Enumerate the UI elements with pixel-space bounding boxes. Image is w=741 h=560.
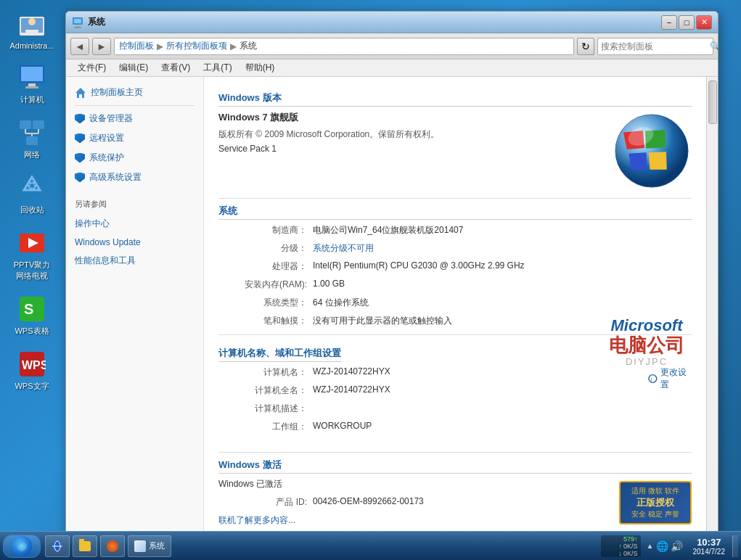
svg-rect-24 xyxy=(76,25,79,27)
breadcrumb-sep-1: ▶ xyxy=(157,41,163,52)
sidebar-home-label: 控制面板主页 xyxy=(91,86,143,99)
ram-value: 1.00 GB xyxy=(313,279,692,289)
product-id-label: 产品 ID: xyxy=(218,496,313,508)
manufacturer-label: 制造商： xyxy=(218,224,313,236)
close-button[interactable]: ✕ xyxy=(696,15,712,30)
sidebar-system-protection[interactable]: 系统保护 xyxy=(66,148,203,168)
windows-version-title: Windows 版本 xyxy=(218,91,692,107)
recycle-icon: ♻ xyxy=(17,173,46,202)
svg-rect-25 xyxy=(74,27,81,28)
desktop-icon-network[interactable]: 网络 xyxy=(6,115,58,163)
clock-block[interactable]: 10:37 2014/7/22 xyxy=(689,537,730,556)
pptv-icon-label: PPTV聚力 网络电视 xyxy=(9,260,55,281)
start-orb xyxy=(12,536,32,556)
manufacturer-row: 制造商： 电脑公司Win7_64位旗舰装机版201407 xyxy=(218,224,692,236)
taskbar-btn-ie[interactable] xyxy=(45,535,70,557)
sidebar-divider-1 xyxy=(75,105,195,106)
menu-file[interactable]: 文件(F) xyxy=(72,60,112,75)
sidebar-action-center[interactable]: 操作中心 xyxy=(75,214,195,234)
computer-icon xyxy=(17,63,46,92)
desktop-icon-recycle[interactable]: ♻ 回收站 xyxy=(6,170,58,218)
breadcrumb-bar: 控制面板 ▶ 所有控制面板项 ▶ 系统 xyxy=(114,38,574,55)
processor-value: Intel(R) Pentium(R) CPU G2030 @ 3.00GHz … xyxy=(313,260,692,271)
shield-icon-2 xyxy=(75,133,85,144)
forward-button[interactable]: ► xyxy=(92,38,111,55)
breadcrumb-controlpanel[interactable]: 控制面板 xyxy=(119,40,154,52)
computer-desc-label: 计算机描述： xyxy=(218,403,313,415)
svg-text:i: i xyxy=(651,376,652,382)
down-arrow: ↓ xyxy=(619,550,623,557)
sidebar-advanced-label: 高级系统设置 xyxy=(89,171,142,184)
maximize-button[interactable]: □ xyxy=(679,15,695,30)
taskbar-btn-controlpanel[interactable]: 系统 xyxy=(128,535,171,557)
menu-view[interactable]: 查看(V) xyxy=(155,60,196,75)
volume-icon[interactable]: 🔊 xyxy=(671,540,683,552)
desktop-icon-computer[interactable]: 计算机 xyxy=(6,60,58,108)
desktop-icon-pptv[interactable]: PPTV聚力 网络电视 xyxy=(6,226,58,284)
minimize-button[interactable]: − xyxy=(661,15,677,30)
show-desktop-button[interactable] xyxy=(732,535,738,557)
net-speed: 579↑ xyxy=(623,535,638,543)
taskbar-btn-media[interactable] xyxy=(100,535,125,557)
sidebar-remote-settings[interactable]: 远程设置 xyxy=(66,128,203,148)
activation-block: Windows 已激活 产品 ID: 00426-OEM-8992662-001… xyxy=(218,478,692,527)
desktop-icon-admin[interactable]: Administra... xyxy=(6,7,58,53)
refresh-button[interactable]: ↻ xyxy=(577,38,594,55)
processor-label: 处理器： xyxy=(218,260,313,273)
svg-rect-27 xyxy=(79,94,82,98)
start-button[interactable] xyxy=(3,535,41,558)
manufacturer-value: 电脑公司Win7_64位旗舰装机版201407 xyxy=(313,224,692,236)
address-bar: ◄ ► 控制面板 ▶ 所有控制面板项 ▶ 系统 ↻ 🔍 xyxy=(66,33,718,59)
search-bar[interactable]: 🔍 xyxy=(597,38,713,55)
sidebar-device-manager[interactable]: 设备管理器 xyxy=(66,109,203,128)
ie-icon xyxy=(52,540,63,552)
activation-section-title: Windows 激活 xyxy=(218,458,692,474)
desktop-icon-wps-writer[interactable]: WPS WPS文字 xyxy=(6,347,58,395)
menu-tools[interactable]: 工具(T) xyxy=(197,60,237,75)
admin-icon-label: Administra... xyxy=(9,41,54,50)
activation-text: Windows 已激活 产品 ID: 00426-OEM-8992662-001… xyxy=(218,478,605,527)
sidebar-performance-info[interactable]: 性能信息和工具 xyxy=(75,251,195,271)
admin-icon xyxy=(17,10,46,39)
scrollbar[interactable] xyxy=(706,77,718,540)
computer-name-section-left: 计算机名称、域和工作组设置 xyxy=(218,341,341,366)
up-arrow: ↑ xyxy=(619,543,623,550)
search-icon[interactable]: 🔍 xyxy=(710,41,721,52)
computer-name-value: WZJ-20140722HYX xyxy=(313,366,648,376)
computer-icon-label: 计算机 xyxy=(20,94,44,105)
search-input[interactable] xyxy=(601,41,710,52)
sidebar-windows-update[interactable]: Windows Update xyxy=(75,234,195,251)
window-title: 系统 xyxy=(88,16,105,28)
network-tray-icon[interactable]: 🌐 xyxy=(656,540,668,552)
sidebar-also-see: 另请参阅 操作中心 Windows Update 性能信息和工具 xyxy=(66,199,203,271)
change-settings-button[interactable]: i 更改设置 xyxy=(648,366,692,391)
taskbar-btn-folder[interactable] xyxy=(73,535,97,557)
folder-icon xyxy=(79,541,91,551)
sidebar-advanced-settings[interactable]: 高级系统设置 xyxy=(66,168,203,187)
scrollbar-thumb[interactable] xyxy=(708,81,717,124)
taskbar-right: 579↑ ↑ 0K/S ↓ 0K/S ▲ 🌐 🔊 10:37 2014/7/22 xyxy=(601,535,738,557)
network-icon xyxy=(17,118,46,147)
taskbar-arrows-icon[interactable]: ▲ xyxy=(647,542,654,550)
rating-value[interactable]: 系统分级不可用 xyxy=(313,242,692,255)
menu-bar: 文件(F) 编辑(E) 查看(V) 工具(T) 帮助(H) xyxy=(66,59,718,77)
sidebar-remote-label: 远程设置 xyxy=(89,132,124,144)
system-type-row: 系统类型： 64 位操作系统 xyxy=(218,297,692,309)
computer-full-label: 计算机全名： xyxy=(218,384,313,397)
desktop-icon-wps[interactable]: S WPS表格 xyxy=(6,292,58,339)
back-button[interactable]: ◄ xyxy=(70,38,89,55)
svg-rect-9 xyxy=(33,120,44,129)
menu-help[interactable]: 帮助(H) xyxy=(240,60,281,75)
activation-status-row: Windows 已激活 xyxy=(218,478,605,490)
version-copyright: 版权所有 © 2009 Microsoft Corporation。保留所有权利… xyxy=(218,128,612,141)
net-down-value: 0K/S xyxy=(623,550,638,557)
menu-edit[interactable]: 编辑(E) xyxy=(113,60,154,75)
svg-point-29 xyxy=(615,115,688,187)
divider-1 xyxy=(218,198,692,199)
more-link[interactable]: 联机了解更多内容... xyxy=(218,515,295,525)
badge-main: 正版授权 xyxy=(636,496,674,509)
sidebar-link-home[interactable]: 控制面板主页 xyxy=(66,83,203,102)
svg-point-2 xyxy=(28,18,36,25)
breadcrumb-all-items[interactable]: 所有控制面板项 xyxy=(166,40,227,52)
title-buttons: − □ ✕ xyxy=(661,15,712,30)
